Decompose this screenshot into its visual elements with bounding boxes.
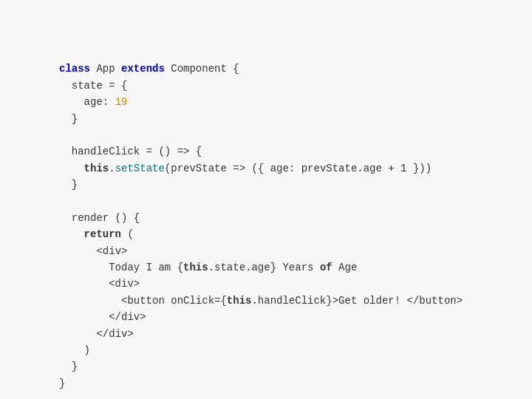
keyword-of: of [320, 262, 332, 273]
keyword-this-1: this [84, 163, 109, 174]
keyword-this-3: this [227, 295, 252, 307]
value-age: 19 [115, 96, 128, 108]
line-1: class App extends Component { state = { … [59, 63, 463, 389]
keyword-class: class [59, 63, 90, 75]
keyword-this-2: this [183, 262, 208, 273]
keyword-extends: extends [121, 63, 165, 75]
code-editor: class App extends Component { state = { … [0, 0, 522, 399]
method-setstate: setState [115, 163, 165, 174]
keyword-return: return [84, 228, 121, 240]
